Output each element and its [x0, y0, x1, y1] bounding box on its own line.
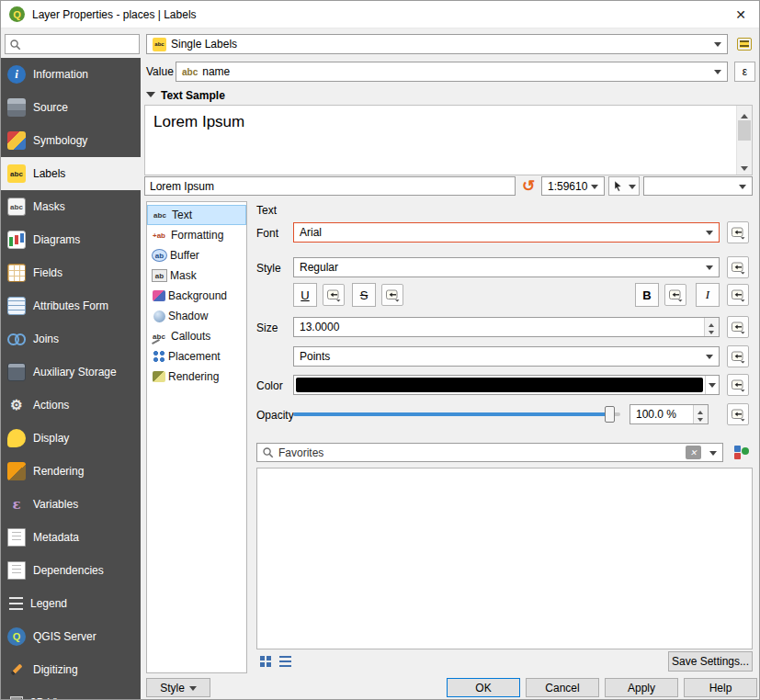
sidebar-item-symbology[interactable]: Symbology	[1, 124, 141, 157]
reset-icon	[522, 176, 535, 196]
color-override-button[interactable]	[727, 374, 749, 396]
sidebar-item-joins[interactable]: Joins	[1, 322, 141, 356]
list-view-button[interactable]	[277, 653, 294, 669]
font-family-select[interactable]: Arial	[293, 222, 720, 243]
tab-buffer[interactable]: Buffer	[147, 245, 246, 265]
dropdown-arrow-icon[interactable]	[706, 444, 720, 461]
sidebar-item-labels[interactable]: Labels	[1, 157, 141, 190]
attributes-form-icon	[7, 297, 26, 315]
font-style-select[interactable]: Regular	[293, 257, 720, 277]
preview-scrollbar[interactable]	[736, 106, 752, 175]
spin-up-icon[interactable]	[705, 318, 719, 327]
scroll-up-icon[interactable]	[737, 106, 752, 119]
sidebar-item-actions[interactable]: Actions	[1, 389, 141, 422]
style-override-button[interactable]	[727, 256, 749, 278]
ok-button[interactable]: OK	[447, 678, 520, 697]
opacity-spinbox[interactable]: 100.0 %	[630, 404, 709, 424]
sidebar-item-fields[interactable]: Fields	[1, 256, 141, 289]
labels-icon	[153, 38, 166, 51]
sidebar-item-qgis-server[interactable]: QGIS Server	[1, 620, 141, 653]
slider-handle[interactable]	[605, 406, 615, 423]
scrollbar-thumb[interactable]	[738, 120, 751, 141]
sidebar-item-attributes-form[interactable]: Attributes Form	[1, 289, 141, 322]
spin-down-icon[interactable]	[705, 327, 719, 336]
opacity-override-button[interactable]	[727, 403, 749, 425]
actions-icon	[7, 396, 26, 414]
automated-placement-settings-button[interactable]	[732, 33, 755, 55]
properties-search-box[interactable]	[5, 34, 140, 54]
help-button[interactable]: Help	[684, 678, 757, 697]
map-cursor-icon	[612, 180, 624, 192]
sidebar-item-diagrams[interactable]: Diagrams	[1, 223, 141, 256]
tab-mask[interactable]: Mask	[147, 265, 246, 286]
sample-text-input[interactable]	[144, 176, 516, 196]
style-presets-area[interactable]	[256, 468, 753, 649]
spin-up-icon[interactable]	[694, 405, 708, 414]
icon-view-button[interactable]	[256, 653, 274, 669]
italic-button[interactable]: I	[696, 283, 720, 307]
font-override-button[interactable]	[727, 221, 749, 243]
size-unit-override-button[interactable]	[727, 345, 749, 367]
style-menu-button[interactable]: Style	[146, 678, 210, 697]
spin-buttons[interactable]	[693, 405, 708, 423]
sidebar-item-source[interactable]: Source	[1, 91, 141, 124]
labels-icon	[7, 164, 26, 183]
sidebar-item-digitizing[interactable]: Digitizing	[1, 653, 141, 686]
text-sample-section-header[interactable]: Text Sample	[146, 88, 225, 102]
scroll-down-icon[interactable]	[737, 161, 752, 175]
sidebar-item-information[interactable]: Information	[1, 58, 141, 91]
cancel-button[interactable]: Cancel	[526, 678, 599, 697]
size-override-button[interactable]	[727, 316, 749, 338]
style-filter-box[interactable]: Favorites	[256, 443, 723, 462]
tab-rendering[interactable]: Rendering	[147, 367, 246, 387]
save-settings-button[interactable]: Save Settings...	[668, 651, 753, 672]
properties-search-input[interactable]	[25, 38, 135, 51]
style-manager-button[interactable]	[731, 441, 753, 463]
layer-properties-window: Layer Properties - places | Labels ✕ Inf…	[0, 0, 760, 700]
dropdown-arrow-icon[interactable]	[705, 376, 719, 394]
close-button[interactable]: ✕	[731, 7, 751, 22]
label-mode-select[interactable]: Single Labels	[146, 34, 728, 54]
size-unit-select[interactable]: Points	[293, 346, 720, 367]
value-field-select[interactable]: abc name	[176, 62, 728, 82]
italic-override-button[interactable]	[727, 284, 749, 306]
expression-builder-button[interactable]: ε	[734, 62, 755, 82]
strikeout-override-button[interactable]	[381, 284, 403, 306]
tab-formatting[interactable]: Formatting	[147, 225, 246, 245]
sidebar-item-dependencies[interactable]: Dependencies	[1, 554, 141, 587]
sidebar-item-rendering[interactable]: Rendering	[1, 455, 141, 488]
tab-callouts[interactable]: Callouts	[147, 326, 246, 346]
strikeout-button[interactable]: S	[352, 283, 376, 307]
bold-button[interactable]: B	[635, 283, 659, 307]
set-to-current-scale-button[interactable]	[608, 176, 640, 196]
digitizing-icon	[7, 660, 26, 679]
buffer-tab-icon	[152, 249, 167, 262]
sidebar-item-3d-view[interactable]: 3D View	[1, 686, 141, 700]
underline-override-button[interactable]	[323, 284, 345, 306]
apply-button[interactable]: Apply	[605, 678, 678, 697]
collapse-arrow-icon	[146, 92, 155, 102]
sidebar-item-display[interactable]: Display	[1, 422, 141, 455]
underline-button[interactable]: U	[293, 283, 317, 307]
sidebar-item-masks[interactable]: Masks	[1, 190, 141, 223]
spin-buttons[interactable]	[704, 318, 719, 336]
sidebar-item-auxiliary-storage[interactable]: Auxiliary Storage	[1, 356, 141, 389]
opacity-slider[interactable]	[293, 404, 620, 424]
reset-sample-button[interactable]	[518, 176, 539, 196]
sidebar-item-legend[interactable]: Legend	[1, 587, 141, 620]
preview-background-select[interactable]	[643, 176, 753, 196]
font-size-spinbox[interactable]: 13.0000	[293, 317, 720, 337]
spin-down-icon[interactable]	[694, 414, 708, 423]
bold-override-button[interactable]	[664, 284, 686, 306]
map-scale-select[interactable]: 1:59610	[541, 176, 605, 196]
tab-text[interactable]: Text	[147, 205, 246, 225]
tab-shadow[interactable]: Shadow	[147, 306, 246, 326]
clear-filter-button[interactable]	[686, 446, 701, 459]
color-swatch	[296, 378, 703, 392]
sidebar-item-metadata[interactable]: Metadata	[1, 521, 141, 554]
tab-background[interactable]: Background	[147, 286, 246, 306]
grid-view-icon	[260, 656, 265, 660]
sidebar-item-variables[interactable]: Variables	[1, 488, 141, 521]
font-color-button[interactable]	[293, 375, 720, 395]
tab-placement[interactable]: Placement	[147, 346, 246, 367]
